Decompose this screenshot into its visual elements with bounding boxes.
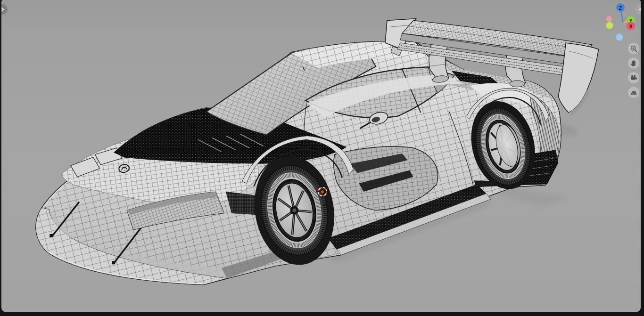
camera-icon bbox=[630, 74, 638, 82]
pan-view-button[interactable] bbox=[628, 57, 639, 69]
perspective-grid-icon bbox=[630, 89, 638, 97]
hand-icon bbox=[630, 59, 638, 67]
chevron-left-icon bbox=[638, 7, 641, 12]
camera-view-button[interactable] bbox=[628, 72, 639, 83]
viewport-nav-buttons bbox=[628, 43, 639, 98]
scene-canvas bbox=[1, 0, 641, 312]
car-wireframe-model bbox=[36, 19, 599, 285]
axis-x-negative[interactable] bbox=[606, 16, 613, 23]
toggle-projection-button[interactable] bbox=[628, 87, 639, 98]
app-window: Z Y X bbox=[0, 0, 644, 316]
svg-text:Z: Z bbox=[619, 6, 622, 11]
axis-z-negative[interactable] bbox=[616, 34, 623, 41]
magnifier-plus-icon bbox=[630, 45, 638, 53]
3d-viewport[interactable]: Z Y X bbox=[1, 0, 641, 312]
axis-y-negative[interactable] bbox=[606, 22, 613, 29]
axis-x-positive[interactable]: X bbox=[627, 22, 635, 30]
axis-z-positive[interactable]: Z bbox=[616, 3, 625, 12]
svg-text:X: X bbox=[629, 24, 633, 29]
zoom-view-button[interactable] bbox=[628, 43, 639, 54]
view-axis-gizmo[interactable]: Z Y X bbox=[603, 0, 641, 43]
chevron-right-icon bbox=[1, 7, 5, 12]
